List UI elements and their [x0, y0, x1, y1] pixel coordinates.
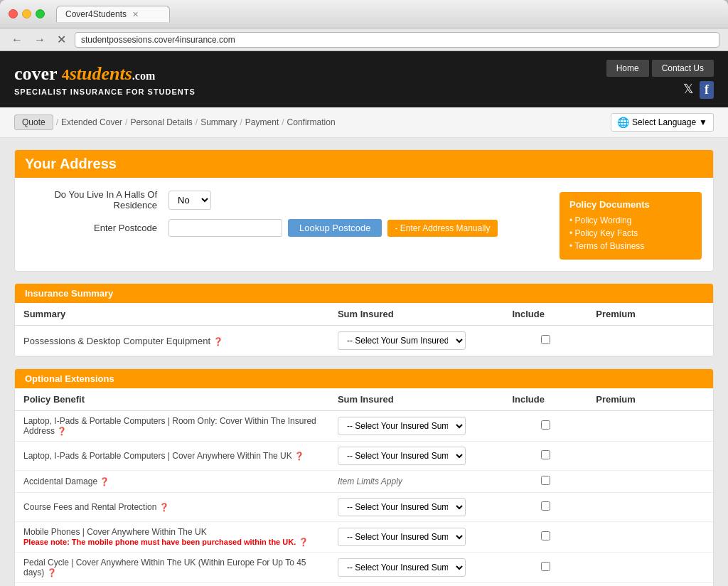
forward-button[interactable]: →	[31, 32, 48, 48]
breadcrumb-personal-details[interactable]: Personal Details	[130, 117, 192, 127]
policy-wording-link[interactable]: Policy Wording	[569, 214, 692, 227]
possessions-sum-cell: -- Select Your Sum Insured --	[329, 326, 504, 356]
possessions-label: Possessions & Desktop Computer Equipment…	[15, 326, 329, 356]
col-sum-header: Sum Insured	[329, 303, 504, 326]
breadcrumb-quote[interactable]: Quote	[14, 114, 53, 130]
course-fees-sum-cell: -- Select Your Insured Sum --	[329, 493, 504, 522]
lookup-postcode-button[interactable]: Lookup Postcode	[288, 219, 382, 237]
possessions-info-icon[interactable]: ❓	[213, 337, 223, 346]
course-fees-info-icon[interactable]: ❓	[159, 503, 169, 511]
mobile-phones-checkbox[interactable]	[541, 531, 550, 540]
opt-col-policy-header: Policy Benefit	[15, 388, 329, 411]
language-selector[interactable]: 🌐 Select Language ▼	[611, 113, 714, 132]
enter-address-manually-button[interactable]: - Enter Address Manually	[387, 220, 497, 237]
optional-extensions-section: Optional Extensions Policy Benefit Sum I…	[14, 368, 714, 586]
breadcrumb-summary[interactable]: Summary	[200, 117, 237, 127]
breadcrumb-extended-cover[interactable]: Extended Cover	[61, 117, 122, 127]
halls-label: Do You Live In A Halls Of Residence	[26, 189, 168, 211]
course-fees-checkbox[interactable]	[541, 501, 550, 511]
mobile-phones-sum-select[interactable]: -- Select Your Insured Sum --	[338, 528, 466, 546]
laptop-room-premium-cell	[587, 411, 713, 442]
laptop-uk-info-icon[interactable]: ❓	[294, 452, 304, 460]
laptop-uk-premium-cell	[587, 442, 713, 471]
accidental-damage-checkbox[interactable]	[541, 476, 550, 485]
item-limits-text: Item Limits Apply	[338, 476, 402, 486]
postcode-label: Enter Postcode	[26, 223, 168, 233]
contact-button[interactable]: Contact Us	[652, 60, 714, 77]
policy-key-facts-link[interactable]: Policy Key Facts	[569, 227, 692, 240]
lang-chevron-icon: ▼	[699, 117, 707, 127]
orchestral-sum-cell: -- Select Your Insured Sum --	[329, 583, 504, 587]
opt-col-include-header: Include	[503, 388, 587, 411]
policy-docs-title: Policy Documents	[569, 199, 692, 210]
back-button[interactable]: ←	[9, 32, 26, 48]
maximize-window-btn[interactable]	[36, 9, 45, 18]
laptop-uk-checkbox[interactable]	[541, 450, 550, 459]
close-window-btn[interactable]	[9, 9, 18, 18]
minimize-window-btn[interactable]	[22, 9, 31, 18]
possessions-include-cell	[503, 326, 587, 356]
traffic-lights	[9, 9, 45, 18]
mobile-phones-sum-cell: -- Select Your Insured Sum --	[329, 522, 504, 553]
possessions-sum-select[interactable]: -- Select Your Sum Insured --	[338, 331, 466, 350]
mobile-phones-label: Mobile Phones | Cover Anywhere Within Th…	[15, 522, 329, 553]
opt-col-premium-header: Premium	[587, 388, 713, 411]
mobile-phones-note: Please note: The mobile phone must have …	[23, 538, 296, 546]
table-row: Accidental Damage ❓ Item Limits Apply	[15, 471, 713, 493]
accidental-damage-include-cell	[503, 471, 587, 493]
header-nav: Home Contact Us	[606, 60, 714, 77]
laptop-room-info-icon[interactable]: ❓	[57, 427, 67, 435]
possessions-premium-cell	[587, 326, 713, 356]
browser-tab[interactable]: Cover4Students ✕	[56, 6, 170, 22]
pedal-cycle-sum-select[interactable]: -- Select Your Insured Sum --	[338, 558, 466, 577]
home-button[interactable]: Home	[606, 60, 649, 77]
close-tab-button[interactable]: ✕	[54, 31, 69, 48]
pedal-cycle-checkbox[interactable]	[541, 562, 550, 571]
halls-select[interactable]: No Yes	[168, 191, 211, 210]
possessions-include-checkbox[interactable]	[541, 335, 550, 344]
laptop-room-sum-select[interactable]: -- Select Your Insured Sum --	[338, 417, 466, 435]
halls-row: Do You Live In A Halls Of Residence No Y…	[26, 189, 548, 211]
address-section-header: Your Address	[15, 150, 713, 178]
course-fees-premium-cell	[587, 493, 713, 522]
globe-icon: 🌐	[617, 117, 629, 128]
table-row: Pedal Cycle | Cover Anywhere Within The …	[15, 553, 713, 583]
address-bar-row: ← → ✕	[0, 28, 728, 51]
mobile-phones-info-icon[interactable]: ❓	[299, 538, 309, 546]
insurance-summary-label: Insurance Summary	[25, 288, 113, 299]
orchestral-include-cell	[503, 583, 587, 587]
pedal-cycle-info-icon[interactable]: ❓	[47, 568, 57, 577]
accidental-damage-sum-cell: Item Limits Apply	[329, 471, 504, 493]
laptop-room-label: Laptop, I-Pads & Portable Computers | Ro…	[15, 411, 329, 442]
twitter-icon[interactable]: 𝕏	[683, 81, 694, 99]
logo-four: 4	[62, 65, 70, 83]
tab-close-btn[interactable]: ✕	[132, 10, 139, 19]
laptop-room-checkbox[interactable]	[541, 420, 550, 430]
laptop-uk-label: Laptop, I-Pads & Portable Computers | Co…	[15, 442, 329, 471]
terms-of-business-link[interactable]: Terms of Business	[569, 240, 692, 252]
insurance-summary-header: Insurance Summary	[15, 284, 713, 303]
accidental-damage-label: Accidental Damage ❓	[15, 471, 329, 493]
url-bar[interactable]	[75, 32, 719, 48]
accidental-damage-premium-cell	[587, 471, 713, 493]
course-fees-label: Course Fees and Rental Protection ❓	[15, 493, 329, 522]
mobile-phones-premium-cell	[587, 522, 713, 553]
table-row: Possessions & Desktop Computer Equipment…	[15, 326, 713, 356]
course-fees-sum-select[interactable]: -- Select Your Insured Sum --	[338, 498, 466, 516]
breadcrumb-confirmation[interactable]: Confirmation	[287, 117, 336, 127]
breadcrumb-payment[interactable]: Payment	[245, 117, 279, 127]
social-icons: 𝕏 f	[683, 81, 714, 99]
address-layout: Do You Live In A Halls Of Residence No Y…	[26, 189, 702, 260]
tab-title: Cover4Students	[65, 9, 127, 19]
facebook-icon[interactable]: f	[700, 81, 714, 99]
postcode-input[interactable]	[168, 219, 282, 237]
table-row: Laptop, I-Pads & Portable Computers | Co…	[15, 442, 713, 471]
logo-cover: cover	[14, 63, 62, 84]
table-row: Mobile Phones | Cover Anywhere Within Th…	[15, 522, 713, 553]
laptop-room-sum-cell: -- Select Your Insured Sum --	[329, 411, 504, 442]
accidental-damage-info-icon[interactable]: ❓	[100, 477, 109, 486]
laptop-uk-sum-select[interactable]: -- Select Your Insured Sum --	[338, 447, 466, 465]
orchestral-label: Orchestral Instruments | Cover Anywhere …	[15, 583, 329, 587]
tab-bar: Cover4Students ✕	[56, 6, 719, 22]
pedal-cycle-label: Pedal Cycle | Cover Anywhere Within The …	[15, 553, 329, 583]
